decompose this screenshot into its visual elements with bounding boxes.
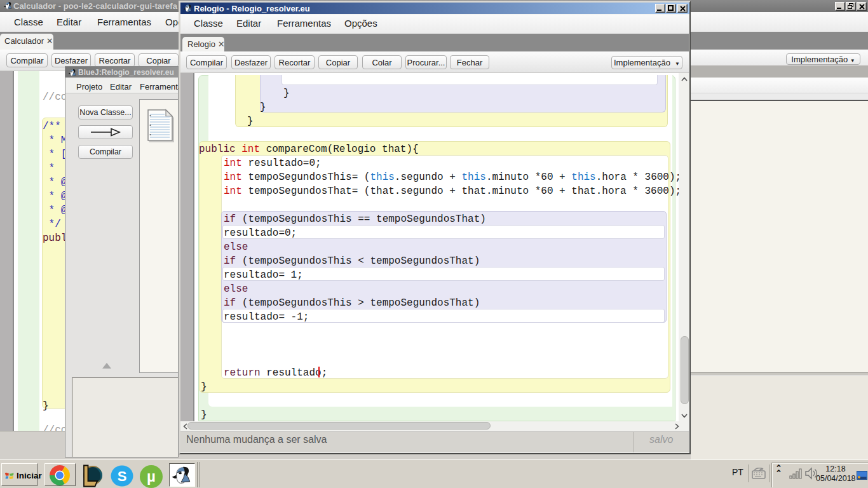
svg-text:µ: µ (147, 468, 156, 485)
svg-text:S: S (118, 468, 127, 484)
